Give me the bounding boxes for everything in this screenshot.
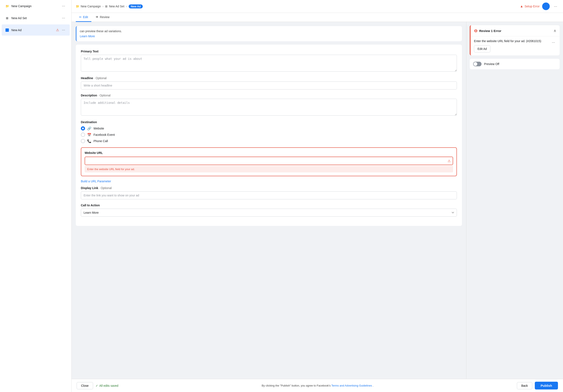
- display-link-group: Display Link · Optional: [81, 186, 457, 199]
- terms-text: By clicking the "Publish" button, you ag…: [118, 384, 517, 387]
- facebook-event-label: Facebook Event: [93, 133, 115, 136]
- breadcrumb-ad[interactable]: New Ad: [129, 4, 143, 8]
- headline-label: Headline · Optional: [81, 76, 457, 80]
- display-link-optional: · Optional: [99, 186, 112, 190]
- preview-label: Preview Off: [484, 62, 499, 66]
- breadcrumb-adset-label: New Ad Set: [109, 5, 124, 8]
- error-card-header: ⊖ Review 1 Error ∧: [471, 25, 560, 37]
- saved-label: All edits saved: [99, 384, 118, 387]
- error-card: ⊖ Review 1 Error ∧ Enter the website URL…: [470, 25, 560, 55]
- phone-call-icon: 📞: [87, 139, 91, 143]
- destination-group: Destination 🔗 Website 📅 Facebook Event: [81, 120, 457, 143]
- breadcrumb-campaign[interactable]: 📁 New Campaign: [76, 5, 101, 8]
- call-to-action-group: Call to Action Learn More Shop Now Sign …: [81, 203, 457, 217]
- preview-card: Preview Off: [470, 59, 560, 69]
- form-panel: can preview these ad variations. Learn M…: [72, 22, 466, 379]
- website-url-input[interactable]: [85, 157, 453, 165]
- info-learn-more-link[interactable]: Learn More: [80, 35, 95, 38]
- right-panel: ⊖ Review 1 Error ∧ Enter the website URL…: [466, 22, 563, 379]
- error-detail-actions: Enter the website URL field for your ad.…: [474, 39, 556, 45]
- display-link-input[interactable]: [81, 191, 457, 199]
- breadcrumb-ad-label: New Ad: [129, 4, 143, 8]
- saved-check-icon: ✓: [96, 384, 98, 387]
- info-banner-text: can preview these ad variations.: [80, 29, 459, 33]
- grid-icon: ⊞: [5, 16, 9, 20]
- edit-review-tabs: ✏ Edit 👁 Review: [72, 13, 563, 22]
- website-url-input-wrapper: ⚠: [85, 157, 453, 165]
- sidebar-ad-label: New Ad: [11, 28, 56, 32]
- sidebar-ad-actions: ⚠ ···: [56, 27, 66, 33]
- destination-label: Destination: [81, 120, 457, 124]
- error-card-collapse-button[interactable]: ∧: [553, 28, 556, 33]
- description-label: Description · Optional: [81, 94, 457, 97]
- sidebar-adset-actions: ···: [61, 15, 66, 21]
- header-right: ▲ Setup Error ···: [520, 2, 559, 10]
- tab-edit[interactable]: ✏ Edit: [76, 13, 91, 22]
- tab-review[interactable]: 👁 Review: [92, 13, 113, 22]
- bottom-bar: Close ✓ All edits saved By clicking the …: [72, 379, 563, 392]
- phone-call-label: Phone Call: [93, 139, 108, 143]
- error-card-body: Enter the website URL field for your ad.…: [471, 37, 560, 55]
- website-radio[interactable]: [81, 126, 85, 130]
- primary-text-group: Primary Text: [81, 50, 457, 72]
- ad-more-button[interactable]: ···: [61, 27, 66, 33]
- sidebar-adset-label: New Ad Set: [11, 16, 61, 20]
- campaign-more-button[interactable]: ···: [61, 3, 66, 9]
- terms-link[interactable]: Terms and Advertising Guidelines: [331, 384, 372, 387]
- description-group: Description · Optional: [81, 94, 457, 116]
- publish-button[interactable]: Publish: [535, 382, 558, 390]
- primary-text-input[interactable]: [81, 55, 457, 72]
- saved-indicator: ✓ All edits saved: [96, 384, 118, 387]
- breadcrumb-campaign-label: New Campaign: [81, 5, 101, 8]
- phone-call-radio[interactable]: [81, 139, 85, 143]
- sidebar-campaign-label: New Campaign: [11, 4, 61, 8]
- breadcrumb-sep-2: ›: [126, 5, 127, 8]
- sidebar-item-ad[interactable]: New Ad ⚠ ···: [2, 25, 70, 36]
- website-url-label: Website URL: [85, 151, 453, 154]
- facebook-event-radio[interactable]: [81, 133, 85, 137]
- url-parameter-link[interactable]: Build a URL Parameter: [81, 180, 457, 183]
- breadcrumb-bar: 📁 New Campaign › ⊞ New Ad Set › New Ad ▲…: [72, 0, 563, 13]
- info-banner: can preview these ad variations. Learn M…: [76, 26, 462, 41]
- setup-error-icon: ▲: [520, 4, 524, 8]
- breadcrumb-adset-grid-icon: ⊞: [105, 5, 108, 8]
- website-url-section: Website URL ⚠ Enter the website URL fiel…: [81, 147, 457, 176]
- headline-optional: · Optional: [94, 76, 106, 80]
- website-url-error-message: Enter the website URL field for your ad.: [85, 166, 453, 172]
- adset-more-button[interactable]: ···: [61, 15, 66, 21]
- website-icon: 🔗: [87, 126, 91, 130]
- sidebar: 📁 New Campaign ··· ⊞ New Ad Set ··· New …: [0, 0, 72, 392]
- edit-tab-icon: ✏: [79, 15, 82, 19]
- error-detail-text: Enter the website URL field for your ad.…: [474, 39, 541, 43]
- destination-facebook-event-option[interactable]: 📅 Facebook Event: [81, 133, 457, 137]
- destination-phone-call-option[interactable]: 📞 Phone Call: [81, 139, 457, 143]
- preview-toggle[interactable]: [473, 62, 482, 66]
- edit-ad-button[interactable]: Edit Ad: [474, 45, 490, 52]
- call-to-action-select[interactable]: Learn More Shop Now Sign Up Book Now Con…: [81, 209, 457, 217]
- description-input[interactable]: [81, 99, 457, 115]
- headline-input[interactable]: [81, 81, 457, 89]
- error-detail-more-button[interactable]: ···: [550, 40, 556, 45]
- destination-website-option[interactable]: 🔗 Website: [81, 126, 457, 130]
- tab-review-label: Review: [100, 15, 109, 19]
- bottom-bar-left: Close ✓ All edits saved: [77, 382, 118, 389]
- folder-icon: 📁: [5, 4, 9, 8]
- url-error-icon: ⚠: [448, 159, 450, 163]
- error-circle-icon: ⊖: [474, 28, 477, 33]
- breadcrumb-adset[interactable]: ⊞ New Ad Set: [105, 5, 124, 8]
- website-label: Website: [93, 127, 104, 130]
- breadcrumb-sep-1: ›: [102, 5, 103, 8]
- close-button[interactable]: Close: [77, 382, 93, 389]
- user-avatar: [542, 2, 550, 10]
- back-button[interactable]: Back: [517, 382, 532, 389]
- header-more-button[interactable]: ···: [552, 3, 559, 10]
- setup-error-label: Setup Error: [525, 5, 540, 8]
- setup-error-indicator: ▲ Setup Error: [520, 4, 540, 8]
- error-card-title-text: Review 1 Error: [479, 29, 501, 33]
- call-to-action-label: Call to Action: [81, 203, 457, 207]
- ad-warning-icon: ⚠: [56, 28, 59, 32]
- error-card-title: ⊖ Review 1 Error: [474, 28, 501, 33]
- sidebar-item-campaign[interactable]: 📁 New Campaign ···: [2, 0, 70, 12]
- description-optional: · Optional: [98, 94, 111, 97]
- sidebar-item-ad-set[interactable]: ⊞ New Ad Set ···: [2, 13, 70, 24]
